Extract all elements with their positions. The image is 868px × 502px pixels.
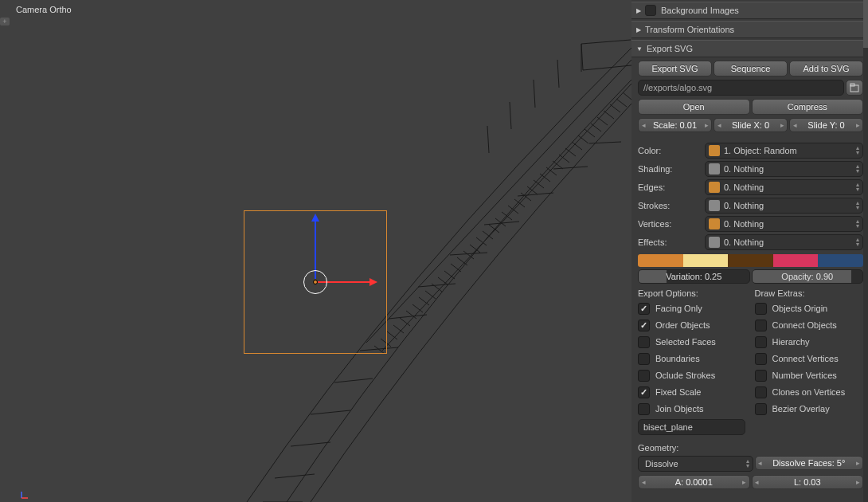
color-palette[interactable] [638,254,863,267]
sequence-button[interactable]: Sequence [714,61,788,76]
swatch-5[interactable] [818,254,863,267]
gizmo-y-axis[interactable] [315,215,316,279]
swatch-1[interactable] [638,254,683,267]
section-transform-orientations[interactable]: Transform Orientations [631,21,868,38]
compress-button[interactable]: Compress [752,99,864,115]
checkbox-label: Connect Vertices [772,354,839,363]
draw-extra-3[interactable]: Connect Vertices [755,351,864,366]
section-label: Background Images [661,6,739,15]
file-browse-button[interactable] [846,80,863,96]
slide-x-field[interactable]: ◂Slide X: 0▸ [714,118,788,132]
checkbox[interactable] [755,370,767,382]
export-svg-button[interactable]: Export SVG [638,61,712,76]
chevron-down-icon [636,45,643,53]
section-background-images[interactable]: Background Images [631,2,868,19]
section-label: Transform Orientations [645,25,734,34]
draw-extra-6[interactable]: Bezier Overlay [755,402,864,416]
vertices-dropdown[interactable]: 0. Nothing▴▾ [705,216,863,232]
section-label: Export SVG [647,44,693,53]
draw-extra-2[interactable]: Hierarchy [755,335,864,349]
checkbox-label: Selected Faces [655,337,716,347]
checkbox-label: Clones on Vertices [772,387,846,397]
object-icon [709,218,720,229]
swatch-3[interactable] [728,254,773,267]
effects-label: Effects: [638,237,702,247]
chevron-right-icon [636,7,641,14]
svg-line-7 [419,297,429,305]
object-icon [709,145,720,156]
checkbox-label: Join Objects [655,404,704,414]
export-path-input[interactable]: //exports/algo.svg [638,80,844,96]
object-icon [709,237,720,248]
properties-panel: Background Images Transform Orientations… [631,0,868,502]
l-field[interactable]: ◂L: 0.03▸ [752,475,864,489]
variation-slider[interactable]: Variation: 0.25 [638,269,750,284]
scale-field[interactable]: ◂Scale: 0.01▸ [638,118,712,132]
checkbox[interactable] [638,320,650,331]
chevron-right-icon [636,26,641,33]
swatch-4[interactable] [773,254,819,267]
add-to-svg-button[interactable]: Add to SVG [789,61,863,76]
checkbox-label: Number Vertices [772,371,837,380]
export-options-head: Export Options: [638,288,747,298]
checkbox[interactable] [755,403,767,415]
checkbox[interactable] [755,353,767,365]
draw-extra-0[interactable]: Objects Origin [755,301,864,316]
color-dropdown[interactable]: 1. Object: Random▴▾ [705,143,863,159]
checkbox[interactable] [755,303,767,315]
scrollbar-thumb[interactable] [863,0,868,48]
draw-extra-4[interactable]: Number Vertices [755,368,864,382]
export-option-5[interactable]: Fixed Scale [638,385,747,399]
open-button[interactable]: Open [638,99,750,115]
draw-extras-head: Draw Extras: [755,288,864,298]
folder-icon [849,82,860,93]
checkbox[interactable] [755,320,767,331]
a-field[interactable]: ◂A: 0.0001▸ [638,475,750,489]
checkbox[interactable] [638,403,650,415]
bisect-input[interactable]: bisect_plane [638,419,745,435]
checkbox[interactable] [755,386,767,398]
object-icon [709,182,720,193]
export-option-3[interactable]: Boundaries [638,351,747,366]
svg-line-37 [610,104,620,112]
svg-line-35 [597,117,608,125]
export-option-2[interactable]: Selected Faces [638,335,747,349]
checkbox[interactable] [755,336,767,348]
section-export-svg[interactable]: Export SVG [631,40,868,57]
checkbox[interactable] [638,336,650,348]
strokes-dropdown[interactable]: 0. Nothing▴▾ [705,198,863,214]
checkbox-label: Fixed Scale [655,387,701,397]
checkbox-bg-images[interactable] [645,5,656,16]
viewport-3d[interactable]: Camera Ortho + [0,0,631,502]
checkbox[interactable] [638,370,650,382]
effects-dropdown[interactable]: 0. Nothing▴▾ [705,234,863,250]
draw-extra-5[interactable]: Clones on Vertices [755,385,864,399]
edges-dropdown[interactable]: 0. Nothing▴▾ [705,179,863,195]
shading-label: Shading: [638,164,702,174]
geometry-head: Geometry: [638,443,863,453]
checkbox[interactable] [638,353,650,365]
checkbox-label: Oclude Strokes [655,371,715,380]
draw-extra-1[interactable]: Connect Objects [755,318,864,332]
checkbox[interactable] [638,386,650,398]
object-icon [709,200,720,211]
svg-line-34 [591,124,601,131]
gizmo-origin[interactable] [313,280,318,284]
export-option-1[interactable]: Order Objects [638,318,747,332]
checkbox-label: Objects Origin [772,304,828,313]
export-option-4[interactable]: Oclude Strokes [638,368,747,382]
swatch-2[interactable] [683,254,729,267]
strokes-label: Strokes: [638,201,702,210]
panel-scrollbar[interactable] [863,0,868,502]
shading-dropdown[interactable]: 0. Nothing▴▾ [705,161,863,177]
export-option-6[interactable]: Join Objects [638,402,747,416]
checkbox-label: Facing Only [655,304,702,313]
axis-indicator-icon [20,490,29,500]
export-option-0[interactable]: Facing Only [638,301,747,316]
dissolve-faces-field[interactable]: ◂Dissolve Faces: 5°▸ [755,456,864,470]
geometry-mode-dropdown[interactable]: Dissolve▴▾ [638,456,753,472]
opacity-slider[interactable]: Opacity: 0.90 [752,269,864,284]
checkbox[interactable] [638,303,650,315]
slide-y-field[interactable]: ◂Slide Y: 0▸ [789,118,863,132]
svg-line-33 [585,129,595,137]
